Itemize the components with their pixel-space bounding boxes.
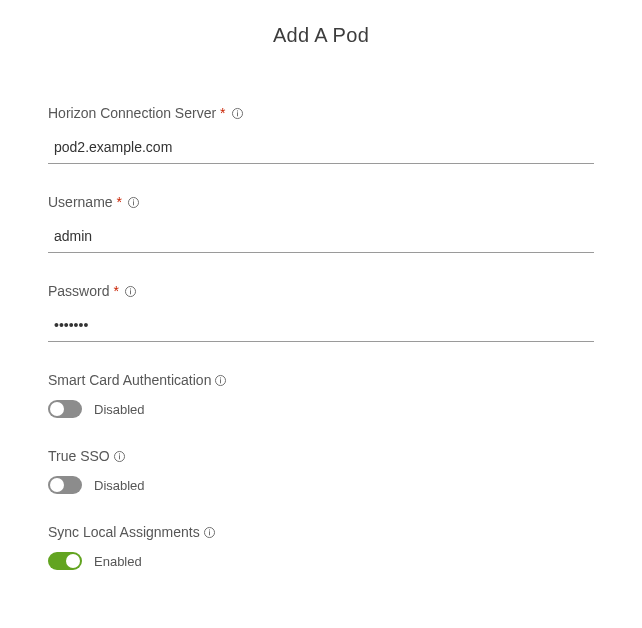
- toggle-row-smart-card: Disabled: [48, 400, 594, 418]
- label-text: Username: [48, 194, 113, 210]
- smart-card-toggle[interactable]: [48, 400, 82, 418]
- toggle-row-true-sso: Disabled: [48, 476, 594, 494]
- toggle-knob: [50, 478, 64, 492]
- field-label-sync-local: Sync Local Assignments: [48, 524, 594, 540]
- toggle-knob: [50, 402, 64, 416]
- field-username: Username *: [48, 194, 594, 253]
- true-sso-toggle[interactable]: [48, 476, 82, 494]
- svg-point-17: [209, 529, 210, 530]
- info-icon[interactable]: [214, 374, 227, 387]
- smart-card-state-label: Disabled: [94, 402, 145, 417]
- connection-server-input[interactable]: [48, 133, 594, 164]
- label-text: Sync Local Assignments: [48, 524, 200, 540]
- info-icon[interactable]: [124, 285, 137, 298]
- field-label-smart-card: Smart Card Authentication: [48, 372, 594, 388]
- toggle-row-sync-local: Enabled: [48, 552, 594, 570]
- svg-point-2: [236, 110, 237, 111]
- true-sso-state-label: Disabled: [94, 478, 145, 493]
- label-text: True SSO: [48, 448, 110, 464]
- field-smart-card: Smart Card Authentication Disabled: [48, 372, 594, 418]
- label-text: Password: [48, 283, 109, 299]
- info-icon[interactable]: [231, 107, 244, 120]
- toggle-knob: [66, 554, 80, 568]
- svg-point-8: [130, 288, 131, 289]
- field-label-password: Password *: [48, 283, 594, 299]
- svg-point-11: [220, 377, 221, 378]
- field-password: Password *: [48, 283, 594, 342]
- page-title: Add A Pod: [48, 24, 594, 47]
- field-label-username: Username *: [48, 194, 594, 210]
- required-mark: *: [220, 105, 225, 121]
- field-label-true-sso: True SSO: [48, 448, 594, 464]
- required-mark: *: [117, 194, 122, 210]
- password-input[interactable]: [48, 311, 594, 342]
- required-mark: *: [113, 283, 118, 299]
- field-connection-server: Horizon Connection Server *: [48, 105, 594, 164]
- info-icon[interactable]: [203, 526, 216, 539]
- sync-local-state-label: Enabled: [94, 554, 142, 569]
- svg-point-5: [133, 199, 134, 200]
- sync-local-toggle[interactable]: [48, 552, 82, 570]
- field-true-sso: True SSO Disabled: [48, 448, 594, 494]
- field-label-connection-server: Horizon Connection Server *: [48, 105, 594, 121]
- svg-point-14: [119, 453, 120, 454]
- username-input[interactable]: [48, 222, 594, 253]
- label-text: Horizon Connection Server: [48, 105, 216, 121]
- info-icon[interactable]: [127, 196, 140, 209]
- info-icon[interactable]: [113, 450, 126, 463]
- field-sync-local: Sync Local Assignments Enabled: [48, 524, 594, 570]
- label-text: Smart Card Authentication: [48, 372, 211, 388]
